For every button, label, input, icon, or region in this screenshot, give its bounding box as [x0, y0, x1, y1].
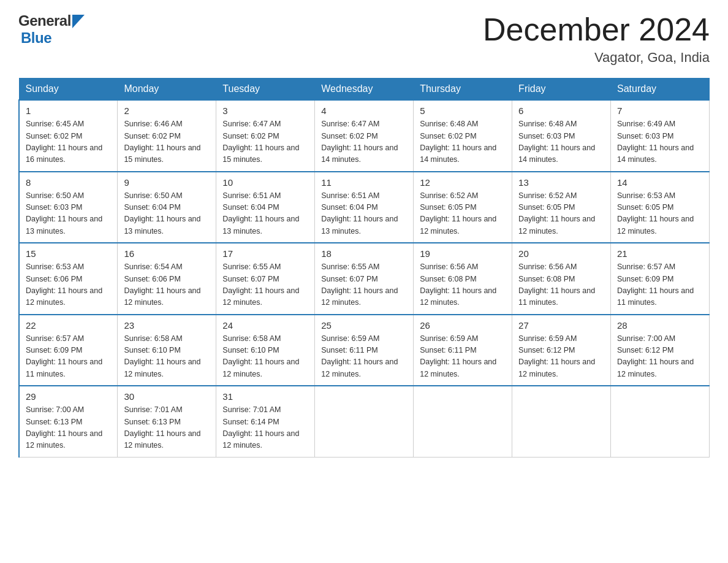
day-info: Sunrise: 7:00 AMSunset: 6:12 PMDaylight:… [617, 333, 703, 381]
day-number: 29 [26, 391, 111, 402]
calendar-cell: 9Sunrise: 6:50 AMSunset: 6:04 PMDaylight… [118, 172, 216, 243]
day-info: Sunrise: 6:51 AMSunset: 6:04 PMDaylight:… [222, 190, 308, 238]
day-number: 4 [321, 105, 407, 116]
day-info: Sunrise: 6:59 AMSunset: 6:11 PMDaylight:… [420, 333, 506, 381]
page-header: General Blue December 2024 Vagator, Goa,… [18, 12, 710, 66]
calendar-cell: 11Sunrise: 6:51 AMSunset: 6:04 PMDayligh… [315, 172, 414, 243]
day-info: Sunrise: 6:47 AMSunset: 6:02 PMDaylight:… [222, 118, 308, 166]
calendar-subtitle: Vagator, Goa, India [483, 50, 710, 66]
calendar-cell: 12Sunrise: 6:52 AMSunset: 6:05 PMDayligh… [414, 172, 512, 243]
day-number: 2 [124, 105, 210, 116]
day-info: Sunrise: 6:56 AMSunset: 6:08 PMDaylight:… [420, 261, 506, 309]
day-info: Sunrise: 7:01 AMSunset: 6:14 PMDaylight:… [222, 404, 308, 452]
calendar-cell [315, 386, 414, 457]
day-info: Sunrise: 6:53 AMSunset: 6:05 PMDaylight:… [617, 190, 703, 238]
logo: General Blue [18, 12, 85, 47]
day-number: 22 [26, 320, 111, 331]
day-number: 1 [26, 105, 111, 116]
calendar-cell: 18Sunrise: 6:55 AMSunset: 6:07 PMDayligh… [315, 243, 414, 315]
day-info: Sunrise: 6:52 AMSunset: 6:05 PMDaylight:… [518, 190, 604, 238]
calendar-header: SundayMondayTuesdayWednesdayThursdayFrid… [19, 79, 710, 101]
calendar-week-row: 1Sunrise: 6:45 AMSunset: 6:02 PMDaylight… [19, 100, 710, 172]
day-number: 11 [321, 177, 407, 188]
calendar-cell [611, 386, 710, 457]
day-info: Sunrise: 6:57 AMSunset: 6:09 PMDaylight:… [26, 333, 111, 381]
day-info: Sunrise: 6:57 AMSunset: 6:09 PMDaylight:… [617, 261, 703, 309]
calendar-week-row: 29Sunrise: 7:00 AMSunset: 6:13 PMDayligh… [19, 386, 710, 457]
calendar-cell [512, 386, 611, 457]
calendar-cell: 13Sunrise: 6:52 AMSunset: 6:05 PMDayligh… [512, 172, 611, 243]
calendar-body: 1Sunrise: 6:45 AMSunset: 6:02 PMDaylight… [19, 100, 710, 457]
weekday-header-monday: Monday [118, 79, 216, 101]
day-info: Sunrise: 6:50 AMSunset: 6:04 PMDaylight:… [124, 190, 210, 238]
day-number: 28 [617, 320, 703, 331]
calendar-cell: 19Sunrise: 6:56 AMSunset: 6:08 PMDayligh… [414, 243, 512, 315]
calendar-cell: 15Sunrise: 6:53 AMSunset: 6:06 PMDayligh… [19, 243, 118, 315]
calendar-cell: 7Sunrise: 6:49 AMSunset: 6:03 PMDaylight… [611, 100, 710, 172]
calendar-cell: 22Sunrise: 6:57 AMSunset: 6:09 PMDayligh… [19, 315, 118, 386]
day-number: 8 [26, 177, 111, 188]
logo-general-text: General [18, 12, 71, 29]
calendar-cell [414, 386, 512, 457]
calendar-cell: 30Sunrise: 7:01 AMSunset: 6:13 PMDayligh… [118, 386, 216, 457]
calendar-table: SundayMondayTuesdayWednesdayThursdayFrid… [18, 78, 710, 458]
calendar-cell: 28Sunrise: 7:00 AMSunset: 6:12 PMDayligh… [611, 315, 710, 386]
calendar-cell: 24Sunrise: 6:58 AMSunset: 6:10 PMDayligh… [216, 315, 315, 386]
calendar-cell: 29Sunrise: 7:00 AMSunset: 6:13 PMDayligh… [19, 386, 118, 457]
day-number: 16 [124, 248, 210, 259]
calendar-week-row: 22Sunrise: 6:57 AMSunset: 6:09 PMDayligh… [19, 315, 710, 386]
day-number: 13 [518, 177, 604, 188]
day-number: 14 [617, 177, 703, 188]
calendar-cell: 21Sunrise: 6:57 AMSunset: 6:09 PMDayligh… [611, 243, 710, 315]
calendar-cell: 4Sunrise: 6:47 AMSunset: 6:02 PMDaylight… [315, 100, 414, 172]
day-number: 20 [518, 248, 604, 259]
logo-triangle-icon [72, 15, 85, 28]
title-block: December 2024 Vagator, Goa, India [483, 12, 710, 66]
calendar-cell: 2Sunrise: 6:46 AMSunset: 6:02 PMDaylight… [118, 100, 216, 172]
calendar-cell: 1Sunrise: 6:45 AMSunset: 6:02 PMDaylight… [19, 100, 118, 172]
day-number: 5 [420, 105, 506, 116]
weekday-header-wednesday: Wednesday [315, 79, 414, 101]
day-number: 10 [222, 177, 308, 188]
day-info: Sunrise: 6:58 AMSunset: 6:10 PMDaylight:… [222, 333, 308, 381]
day-number: 18 [321, 248, 407, 259]
calendar-cell: 23Sunrise: 6:58 AMSunset: 6:10 PMDayligh… [118, 315, 216, 386]
weekday-header-sunday: Sunday [19, 79, 118, 101]
day-info: Sunrise: 6:45 AMSunset: 6:02 PMDaylight:… [26, 118, 111, 166]
day-number: 12 [420, 177, 506, 188]
day-info: Sunrise: 6:59 AMSunset: 6:12 PMDaylight:… [518, 333, 604, 381]
day-info: Sunrise: 6:51 AMSunset: 6:04 PMDaylight:… [321, 190, 407, 238]
day-info: Sunrise: 6:52 AMSunset: 6:05 PMDaylight:… [420, 190, 506, 238]
weekday-header-friday: Friday [512, 79, 611, 101]
day-number: 3 [222, 105, 308, 116]
weekday-header-row: SundayMondayTuesdayWednesdayThursdayFrid… [19, 79, 710, 101]
day-number: 7 [617, 105, 703, 116]
day-info: Sunrise: 7:00 AMSunset: 6:13 PMDaylight:… [26, 404, 111, 452]
day-number: 25 [321, 320, 407, 331]
day-number: 31 [222, 391, 308, 402]
day-number: 27 [518, 320, 604, 331]
day-info: Sunrise: 6:53 AMSunset: 6:06 PMDaylight:… [26, 261, 111, 309]
day-number: 9 [124, 177, 210, 188]
calendar-cell: 16Sunrise: 6:54 AMSunset: 6:06 PMDayligh… [118, 243, 216, 315]
day-info: Sunrise: 6:54 AMSunset: 6:06 PMDaylight:… [124, 261, 210, 309]
day-number: 15 [26, 248, 111, 259]
day-info: Sunrise: 6:48 AMSunset: 6:03 PMDaylight:… [518, 118, 604, 166]
logo-blue-text: Blue [21, 29, 51, 47]
calendar-cell: 6Sunrise: 6:48 AMSunset: 6:03 PMDaylight… [512, 100, 611, 172]
calendar-cell: 10Sunrise: 6:51 AMSunset: 6:04 PMDayligh… [216, 172, 315, 243]
day-number: 19 [420, 248, 506, 259]
calendar-week-row: 8Sunrise: 6:50 AMSunset: 6:03 PMDaylight… [19, 172, 710, 243]
day-number: 6 [518, 105, 604, 116]
calendar-cell: 8Sunrise: 6:50 AMSunset: 6:03 PMDaylight… [19, 172, 118, 243]
day-number: 17 [222, 248, 308, 259]
day-info: Sunrise: 7:01 AMSunset: 6:13 PMDaylight:… [124, 404, 210, 452]
day-info: Sunrise: 6:58 AMSunset: 6:10 PMDaylight:… [124, 333, 210, 381]
day-info: Sunrise: 6:59 AMSunset: 6:11 PMDaylight:… [321, 333, 407, 381]
day-info: Sunrise: 6:55 AMSunset: 6:07 PMDaylight:… [222, 261, 308, 309]
calendar-cell: 27Sunrise: 6:59 AMSunset: 6:12 PMDayligh… [512, 315, 611, 386]
day-number: 21 [617, 248, 703, 259]
calendar-cell: 26Sunrise: 6:59 AMSunset: 6:11 PMDayligh… [414, 315, 512, 386]
day-info: Sunrise: 6:56 AMSunset: 6:08 PMDaylight:… [518, 261, 604, 309]
weekday-header-tuesday: Tuesday [216, 79, 315, 101]
